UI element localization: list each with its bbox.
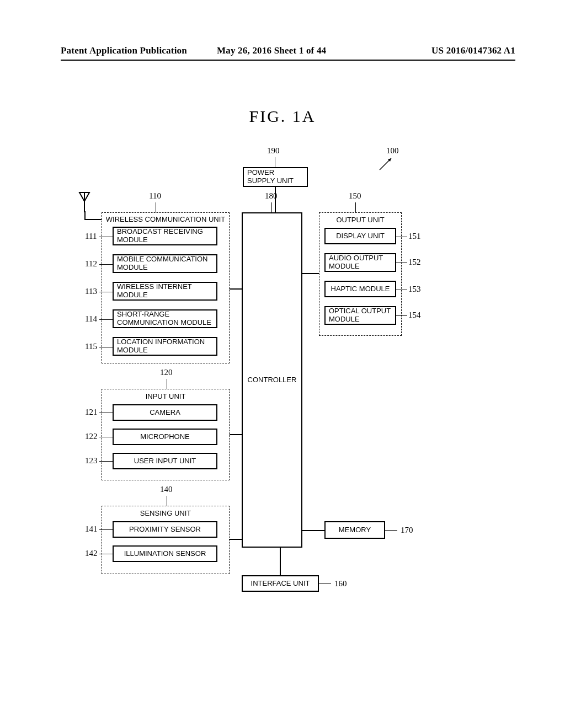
short-range-block: SHORT-RANGE COMMUNICATION MODULE: [113, 309, 217, 328]
tick-121: [99, 413, 113, 413]
ref-111: 111: [85, 232, 97, 241]
ref-100-leader: [378, 156, 393, 172]
input-unit-title: INPUT UNIT: [102, 392, 229, 400]
ref-170: 170: [401, 526, 413, 535]
ant-h: [84, 219, 102, 220]
tick-114: [99, 319, 113, 320]
conn-ctrl-interface: [280, 548, 281, 575]
short-range-label: SHORT-RANGE COMMUNICATION MODULE: [117, 311, 213, 327]
tick-123: [99, 461, 113, 462]
block-diagram: 190 100 POWER SUPPLY UNIT 110 180 150 CO…: [61, 146, 491, 676]
audio-output-label: AUDIO OUTPUT MODULE: [329, 254, 392, 271]
tick-160: [319, 584, 331, 584]
user-input-block: USER INPUT UNIT: [113, 453, 217, 469]
tick-141: [99, 529, 113, 530]
ref-190: 190: [267, 146, 280, 156]
ref-153: 153: [408, 285, 421, 294]
interface-unit-block: INTERFACE UNIT: [242, 575, 319, 592]
header-left: Patent Application Publication: [61, 45, 187, 56]
header-center: May 26, 2016 Sheet 1 of 44: [217, 45, 326, 56]
optical-output-block: OPTICAL OUTPUT MODULE: [324, 306, 396, 325]
output-unit-title: OUTPUT UNIT: [319, 216, 401, 224]
figure-title: FIG. 1A: [249, 107, 316, 126]
controller-block: CONTROLLER: [242, 212, 302, 548]
tick-115: [99, 347, 113, 347]
memory-label: MEMORY: [339, 526, 371, 534]
ref-110: 110: [149, 191, 161, 201]
tick-190: [275, 157, 275, 167]
optical-output-label: OPTICAL OUTPUT MODULE: [329, 307, 392, 324]
ref-115: 115: [85, 342, 97, 351]
ref-160: 160: [334, 579, 347, 588]
user-input-label: USER INPUT UNIT: [134, 457, 196, 465]
proximity-label: PROXIMITY SENSOR: [129, 526, 201, 534]
ref-140: 140: [160, 485, 173, 494]
tick-112: [99, 264, 113, 265]
wireless-comm-title: WIRELESS COMMUNICATION UNIT: [102, 215, 229, 223]
tick-151: [396, 237, 407, 237]
tick-170: [385, 530, 397, 531]
ref-123: 123: [85, 456, 98, 465]
ref-122: 122: [85, 432, 98, 441]
conn-psu-ctrl: [275, 187, 276, 212]
proximity-block: PROXIMITY SENSOR: [113, 521, 217, 538]
header-rule: [61, 60, 515, 61]
ref-121: 121: [85, 408, 98, 417]
tick-152: [396, 263, 407, 263]
tick-142: [99, 554, 113, 554]
broadcast-label: BROADCAST RECEIVING MODULE: [117, 228, 213, 244]
display-unit-block: DISPLAY UNIT: [324, 228, 396, 244]
conn-input-ctrl: [230, 434, 242, 435]
haptic-label: HAPTIC MODULE: [331, 285, 390, 293]
ref-141: 141: [85, 524, 98, 534]
location-info-block: LOCATION INFORMATION MODULE: [113, 337, 217, 356]
tick-120: [167, 379, 167, 389]
mobile-comm-label: MOBILE COMMUNICATION MODULE: [117, 255, 213, 272]
audio-output-block: AUDIO OUTPUT MODULE: [324, 253, 396, 272]
ref-150: 150: [349, 191, 361, 201]
ref-112: 112: [85, 259, 97, 269]
interface-unit-label: INTERFACE UNIT: [251, 580, 310, 588]
ref-113: 113: [85, 287, 97, 296]
tick-154: [396, 315, 407, 316]
location-info-label: LOCATION INFORMATION MODULE: [117, 338, 213, 355]
broadcast-block: BROADCAST RECEIVING MODULE: [113, 227, 217, 245]
conn-sensing-ctrl: [230, 539, 242, 540]
ant-v: [84, 211, 86, 219]
conn-ctrl-memory: [302, 530, 324, 531]
tick-122: [99, 437, 113, 437]
conn-wcu-ctrl: [230, 288, 242, 290]
microphone-label: MICROPHONE: [140, 433, 190, 441]
memory-block: MEMORY: [324, 521, 385, 539]
microphone-block: MICROPHONE: [113, 429, 217, 445]
ref-152: 152: [408, 258, 421, 267]
tick-111: [99, 237, 113, 237]
ref-100: 100: [386, 146, 399, 156]
illumination-block: ILLUMINATION SENSOR: [113, 545, 217, 562]
ref-151: 151: [408, 232, 421, 241]
ref-154: 154: [408, 311, 421, 320]
mobile-comm-block: MOBILE COMMUNICATION MODULE: [113, 254, 217, 273]
tick-140: [167, 496, 167, 506]
power-supply-block: POWER SUPPLY UNIT: [243, 167, 308, 187]
ref-120: 120: [160, 368, 173, 377]
haptic-block: HAPTIC MODULE: [324, 281, 396, 297]
wireless-internet-label: WIRELESS INTERNET MODULE: [117, 283, 213, 299]
tick-110: [156, 202, 156, 212]
conn-ctrl-output: [302, 273, 319, 274]
display-unit-label: DISPLAY UNIT: [336, 232, 385, 240]
header-right: US 2016/0147362 A1: [431, 45, 515, 56]
tick-150: [355, 202, 356, 212]
camera-label: CAMERA: [150, 409, 180, 417]
wireless-internet-block: WIRELESS INTERNET MODULE: [113, 282, 217, 301]
ref-114: 114: [85, 314, 97, 324]
ref-142: 142: [85, 549, 98, 558]
tick-153: [396, 290, 407, 290]
power-supply-label: POWER SUPPLY UNIT: [247, 169, 303, 185]
tick-113: [99, 292, 113, 292]
camera-block: CAMERA: [113, 404, 217, 421]
sensing-unit-title: SENSING UNIT: [102, 509, 229, 517]
controller-label: CONTROLLER: [248, 376, 297, 384]
illumination-label: ILLUMINATION SENSOR: [124, 550, 206, 558]
page-header: Patent Application Publication May 26, 2…: [61, 45, 515, 56]
